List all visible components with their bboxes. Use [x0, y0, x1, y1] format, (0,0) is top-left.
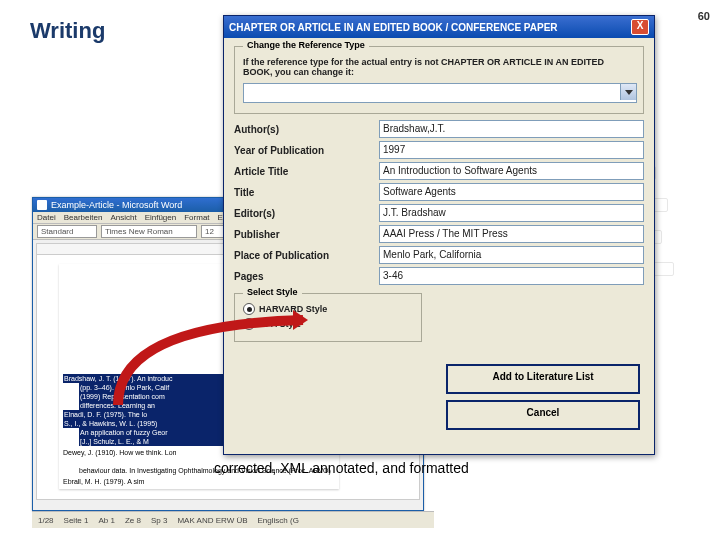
font-selector[interactable]: Times New Roman [101, 225, 197, 238]
reference-dialog: CHAPTER OR ARTICLE IN AN EDITED BOOK / C… [223, 15, 655, 455]
style-selector[interactable]: Standard [37, 225, 97, 238]
label-title: Title [234, 187, 379, 198]
place-input[interactable]: Menlo Park, California [379, 246, 644, 264]
cancel-button[interactable]: Cancel [446, 400, 640, 430]
label-publisher: Publisher [234, 229, 379, 240]
pages-input[interactable]: 3-46 [379, 267, 644, 285]
editors-input[interactable]: J.T. Bradshaw [379, 204, 644, 222]
label-article-title: Article Title [234, 166, 379, 177]
selected-text: differences. Learning an [79, 401, 225, 410]
word-title-text: Example-Article - Microsoft Word [51, 200, 182, 210]
article-title-input[interactable]: An Introduction to Software Agents [379, 162, 644, 180]
slide-number: 60 [698, 10, 710, 22]
group-note: If the reference type for the actual ent… [243, 57, 635, 77]
label-year: Year of Publication [234, 145, 379, 156]
menu-item[interactable]: Datei [37, 213, 56, 222]
selected-text: An application of fuzzy Geor [79, 428, 225, 437]
label-authors: Author(s) [234, 124, 379, 135]
status-item: 1/28 [38, 516, 54, 525]
page-heading: Writing [30, 18, 105, 44]
harvard-radio[interactable]: HARVARD Style [243, 303, 413, 315]
apa-radio[interactable]: APA Style [243, 318, 413, 330]
word-statusbar: 1/28 Seite 1 Ab 1 Ze 8 Sp 3 MAK AND ERW … [32, 511, 434, 528]
word-icon [37, 200, 47, 210]
selected-text: [J.,] Schulz, L. E., & M [79, 437, 225, 446]
authors-input[interactable]: Bradshaw,J.T. [379, 120, 644, 138]
selected-text: (pp. 3–46). Menlo Park, Calif [79, 383, 225, 392]
label-editors: Editor(s) [234, 208, 379, 219]
reference-text: Ebrall, M. H. (1979). A sim [63, 477, 144, 486]
slide-caption: corrected, XML annotated, and formatted [214, 460, 469, 476]
menu-item[interactable]: Ansicht [110, 213, 136, 222]
menu-item[interactable]: Einfügen [145, 213, 177, 222]
status-item: Ze 8 [125, 516, 141, 525]
menu-item[interactable]: Format [184, 213, 209, 222]
status-item: Sp 3 [151, 516, 167, 525]
status-item: Ab 1 [98, 516, 114, 525]
year-input[interactable]: 1997 [379, 141, 644, 159]
label-pages: Pages [234, 271, 379, 282]
add-to-list-button[interactable]: Add to Literature List [446, 364, 640, 394]
radio-icon [243, 318, 255, 330]
chevron-down-icon[interactable] [620, 84, 636, 100]
selected-text: S., I., & Hawkins, W. L. (1995) [63, 419, 225, 428]
label-place: Place of Publication [234, 250, 379, 261]
close-icon[interactable]: X [631, 19, 649, 35]
reference-type-combo[interactable] [243, 83, 637, 103]
title-input[interactable]: Software Agents [379, 183, 644, 201]
group-title: Select Style [243, 287, 302, 297]
menu-item[interactable]: Bearbeiten [64, 213, 103, 222]
status-item: Seite 1 [64, 516, 89, 525]
selected-text: (1999) Representation com [79, 392, 225, 401]
status-item: Englisch (G [258, 516, 299, 525]
status-item: MAK AND ERW ÜB [177, 516, 247, 525]
fields-area: Author(s)Bradshaw,J.T. Year of Publicati… [234, 120, 644, 285]
radio-label: APA Style [259, 319, 301, 329]
radio-label: HARVARD Style [259, 304, 327, 314]
group-title: Change the Reference Type [243, 40, 369, 50]
selected-text: Elnadi, D. F. (1975). The lo [63, 410, 225, 419]
button-column: Add to Literature List Cancel [446, 358, 636, 436]
dialog-title-text: CHAPTER OR ARTICLE IN AN EDITED BOOK / C… [229, 22, 558, 33]
select-style-group: Select Style HARVARD Style APA Style [234, 293, 422, 342]
selected-text: Bradshaw, J. T. (1997). An introduc [63, 374, 225, 383]
radio-icon [243, 303, 255, 315]
change-type-group: Change the Reference Type If the referen… [234, 46, 644, 114]
reference-text: Dewey, J. (1910). How we think. Lon [63, 448, 176, 457]
dialog-titlebar: CHAPTER OR ARTICLE IN AN EDITED BOOK / C… [224, 16, 654, 38]
publisher-input[interactable]: AAAI Press / The MIT Press [379, 225, 644, 243]
